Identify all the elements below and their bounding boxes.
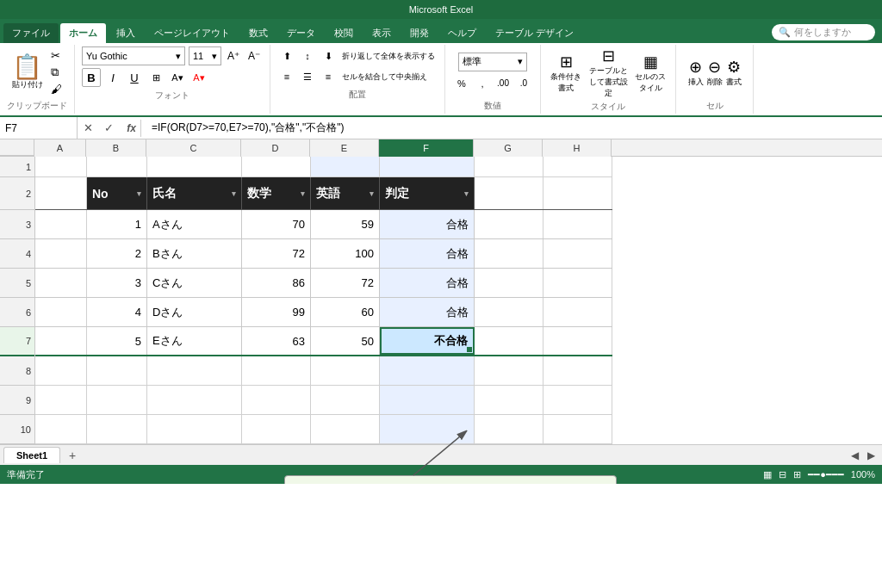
cell-g7[interactable] xyxy=(475,327,543,355)
filter-arrow-d2[interactable]: ▾ xyxy=(301,189,305,198)
scroll-left-button[interactable]: ◀ xyxy=(848,449,862,461)
col-header-h[interactable]: H xyxy=(543,139,612,157)
cell-h8[interactable] xyxy=(543,356,612,385)
align-right-button[interactable]: ≡ xyxy=(319,67,338,86)
cell-g8[interactable] xyxy=(475,356,543,385)
cell-c1[interactable] xyxy=(147,157,242,176)
cell-h9[interactable] xyxy=(543,386,612,414)
cell-d4[interactable]: 72 xyxy=(242,239,311,268)
cell-b4[interactable]: 2 xyxy=(87,239,147,268)
cell-h2[interactable] xyxy=(543,177,612,209)
name-box[interactable]: F7 xyxy=(0,117,78,139)
tab-data[interactable]: データ xyxy=(278,23,324,43)
row-header-5[interactable]: 5 xyxy=(0,269,34,298)
cell-h5[interactable] xyxy=(543,269,612,297)
cell-a10[interactable] xyxy=(35,415,87,443)
cell-b8[interactable] xyxy=(87,356,147,385)
cell-e4[interactable]: 100 xyxy=(311,239,380,268)
format-as-table-button[interactable]: ⊟ テーブルとして書式設定 xyxy=(587,46,629,99)
cell-g2[interactable] xyxy=(475,177,543,209)
cell-d3[interactable]: 70 xyxy=(242,210,311,238)
col-header-g[interactable]: G xyxy=(474,139,543,157)
cell-e10[interactable] xyxy=(311,415,380,443)
sheet-tab-sheet1[interactable]: Sheet1 xyxy=(3,447,60,463)
cell-d5[interactable]: 86 xyxy=(242,269,311,297)
search-box[interactable]: 🔍 何をしますか xyxy=(772,24,875,40)
cell-e2[interactable]: 英語 ▾ xyxy=(311,177,380,209)
cell-c8[interactable] xyxy=(147,356,242,385)
col-header-e[interactable]: E xyxy=(310,139,379,157)
cell-c6[interactable]: Dさん xyxy=(147,298,242,326)
cell-c2[interactable]: 氏名 ▾ xyxy=(147,177,242,209)
format-painter-button[interactable]: 🖌 xyxy=(48,82,65,96)
cell-e7[interactable]: 50 xyxy=(311,327,380,355)
cell-b1[interactable] xyxy=(87,157,147,176)
cell-a7[interactable] xyxy=(35,327,87,355)
cell-d2[interactable]: 数学 ▾ xyxy=(242,177,311,209)
font-size-select[interactable]: 11 ▾ xyxy=(189,46,221,65)
underline-button[interactable]: U xyxy=(125,68,144,87)
cell-b5[interactable]: 3 xyxy=(87,269,147,297)
col-header-f[interactable]: F xyxy=(379,139,474,157)
row-header-1[interactable]: 1 xyxy=(0,157,34,177)
align-center-button[interactable]: ☰ xyxy=(298,67,317,86)
cell-c9[interactable] xyxy=(147,386,242,414)
formula-confirm-icon[interactable]: ✓ xyxy=(100,120,117,137)
tab-review[interactable]: 校閲 xyxy=(326,23,362,43)
cell-e8[interactable] xyxy=(311,356,380,385)
row-header-9[interactable]: 9 xyxy=(0,386,34,415)
cell-d6[interactable]: 99 xyxy=(242,298,311,326)
increase-decimal-button[interactable]: .00 xyxy=(494,74,512,93)
cell-b10[interactable] xyxy=(87,415,147,443)
cell-f9[interactable] xyxy=(380,386,475,414)
cell-g3[interactable] xyxy=(475,210,543,238)
decrease-decimal-button[interactable]: .0 xyxy=(514,74,533,93)
cell-a6[interactable] xyxy=(35,298,87,326)
row-header-2[interactable]: 2 xyxy=(0,177,34,210)
cell-e9[interactable] xyxy=(311,386,380,414)
copy-button[interactable]: ⧉ xyxy=(48,65,65,80)
number-format-select[interactable]: 標準▾ xyxy=(458,53,527,71)
cell-g5[interactable] xyxy=(475,269,543,297)
cell-a1[interactable] xyxy=(35,157,87,176)
filter-arrow-e2[interactable]: ▾ xyxy=(370,189,374,198)
cell-h10[interactable] xyxy=(543,415,612,443)
cell-f7[interactable]: 不合格 xyxy=(380,327,475,355)
cell-f3[interactable]: 合格 xyxy=(380,210,475,238)
row-header-8[interactable]: 8 xyxy=(0,356,34,386)
cut-button[interactable]: ✂ xyxy=(48,48,65,63)
col-header-a[interactable]: A xyxy=(34,139,86,157)
bold-button[interactable]: B xyxy=(82,68,101,87)
fill-color-button[interactable]: A▾ xyxy=(168,68,187,87)
align-middle-button[interactable]: ↕ xyxy=(298,46,317,65)
cell-h1[interactable] xyxy=(543,157,612,176)
cell-f5[interactable]: 合格 xyxy=(380,269,475,297)
scroll-right-button[interactable]: ▶ xyxy=(864,449,879,461)
font-color-button[interactable]: A▾ xyxy=(189,68,208,87)
format-button[interactable]: ⚙ 書式 xyxy=(726,58,742,88)
delete-button[interactable]: ⊖ 削除 xyxy=(707,58,723,88)
cell-c10[interactable] xyxy=(147,415,242,443)
formula-cancel-icon[interactable]: ✕ xyxy=(79,120,96,137)
border-button[interactable]: ⊞ xyxy=(146,68,165,87)
decrease-font-button[interactable]: A⁻ xyxy=(245,47,263,65)
cell-c7[interactable]: Eさん xyxy=(147,327,242,355)
wrap-text-button[interactable]: 折り返して全体を表示する xyxy=(339,46,438,65)
cell-d8[interactable] xyxy=(242,356,311,385)
increase-font-button[interactable]: A⁺ xyxy=(225,47,242,65)
row-header-3[interactable]: 3 xyxy=(0,210,34,239)
tab-page-layout[interactable]: ページレイアウト xyxy=(146,23,239,43)
cell-h4[interactable] xyxy=(543,239,612,268)
cell-e1[interactable] xyxy=(311,157,380,176)
cell-d1[interactable] xyxy=(242,157,311,176)
row-header-7[interactable]: 7 xyxy=(0,327,34,356)
filter-arrow-c2[interactable]: ▾ xyxy=(232,189,236,198)
cell-b2[interactable]: No ▾ xyxy=(87,177,147,209)
cell-d7[interactable]: 63 xyxy=(242,327,311,355)
cell-e6[interactable]: 60 xyxy=(311,298,380,326)
view-layout-icon[interactable]: ⊟ xyxy=(779,469,786,480)
cell-f4[interactable]: 合格 xyxy=(380,239,475,268)
cell-e3[interactable]: 59 xyxy=(311,210,380,238)
filter-arrow-f2[interactable]: ▾ xyxy=(464,189,469,198)
cell-b6[interactable]: 4 xyxy=(87,298,147,326)
